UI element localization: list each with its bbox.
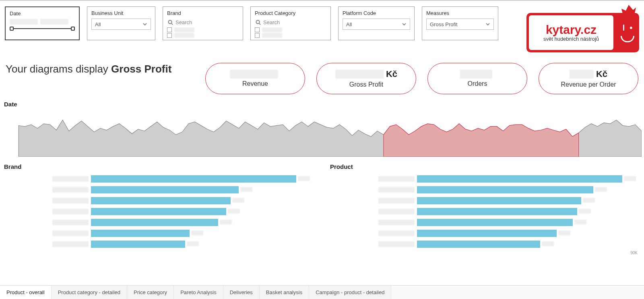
tab-product-overall[interactable]: Product - overall <box>0 286 52 299</box>
bar-row[interactable] <box>4 184 314 195</box>
filter-product-category-option-1[interactable] <box>255 27 326 33</box>
dashboard-page: Date Business Unit All Brand Search <box>0 0 644 299</box>
filter-date-label: Date <box>10 10 75 17</box>
filter-business-unit-value: All <box>95 21 101 27</box>
bar-category-label <box>378 241 415 247</box>
date-chart-title: Date <box>0 94 644 108</box>
bar-charts-row: Brand Product 90K <box>0 157 644 249</box>
bar-row[interactable] <box>330 228 640 239</box>
bar-row[interactable] <box>4 228 314 239</box>
bar-row[interactable] <box>330 217 640 228</box>
product-xaxis-tick: 90K <box>630 251 638 255</box>
filter-product-category: Product Category Search <box>250 6 331 40</box>
kpi-orders-value <box>460 70 492 79</box>
bar-value-label <box>558 230 570 235</box>
filter-product-category-search[interactable]: Search <box>255 19 326 27</box>
bar-row[interactable] <box>4 195 314 206</box>
bar-value-label <box>579 209 591 214</box>
filter-product-category-search-placeholder: Search <box>263 19 280 25</box>
filter-brand-option-1[interactable] <box>167 27 239 33</box>
kpi-revenue-per-order-label: Revenue per Order <box>561 81 616 88</box>
product-bar-chart[interactable]: 90K <box>330 171 640 249</box>
bar-category-label <box>52 241 89 247</box>
filter-date-to <box>40 19 68 25</box>
bar-row[interactable] <box>4 239 314 249</box>
bar-category-label <box>378 198 415 203</box>
filter-measures-select[interactable]: Gross Profit <box>426 19 494 30</box>
page-tabs: Product - overallProduct category - deta… <box>0 285 644 299</box>
filter-measures-label: Measures <box>426 10 494 16</box>
page-heading: Your diagrams display Gross Profit <box>6 63 171 75</box>
filter-brand: Brand Search <box>163 6 243 40</box>
kpi-revenue[interactable]: Revenue <box>205 63 305 94</box>
filter-business-unit-select[interactable]: All <box>91 19 151 30</box>
bar-value-label <box>191 230 203 235</box>
filter-product-category-option-2[interactable] <box>255 33 326 38</box>
tab-campaign-product-detailed[interactable]: Campaign - product - detailed <box>309 286 391 299</box>
kpi-row: Revenue Kč Gross Profit Orders Kč Revenu… <box>205 63 638 94</box>
bar-row[interactable] <box>4 217 314 228</box>
bar-row[interactable] <box>330 195 640 206</box>
filter-date-range-values <box>10 19 75 25</box>
bar-value-label <box>298 176 310 181</box>
bar-category-label <box>52 187 89 193</box>
filter-business-unit: Business Unit All <box>87 6 155 40</box>
filter-measures: Measures Gross Profit <box>422 6 498 40</box>
filter-measures-value: Gross Profit <box>430 21 458 27</box>
bar-category-label <box>378 209 415 214</box>
bar-category-label <box>52 230 89 236</box>
kpi-gross-profit-value <box>335 70 384 79</box>
logo-face-icon: l• <box>616 13 639 52</box>
bar-category-label <box>378 220 415 225</box>
filter-business-unit-label: Business Unit <box>91 10 151 16</box>
svg-line-3 <box>259 23 260 25</box>
kpi-orders[interactable]: Orders <box>427 63 527 94</box>
kpi-revenue-label: Revenue <box>242 80 268 87</box>
bar-category-label <box>52 198 89 203</box>
logo-brand-text: kytary.cz <box>546 24 597 36</box>
filter-brand-search-placeholder: Search <box>175 19 192 25</box>
kpi-revenue-value <box>230 70 278 79</box>
bar-value-label <box>624 176 636 181</box>
logo-tagline: svět hudebních nástrojů <box>543 36 599 42</box>
chevron-down-icon <box>485 22 490 27</box>
date-area-chart[interactable] <box>2 108 642 157</box>
bar-value-label <box>542 241 554 246</box>
kpi-revenue-per-order[interactable]: Kč Revenue per Order <box>539 63 638 94</box>
chevron-down-icon <box>142 22 147 27</box>
filter-platform-code: Platform Code All <box>338 6 415 40</box>
filter-brand-label: Brand <box>167 10 239 16</box>
filter-platform-code-select[interactable]: All <box>343 19 410 30</box>
bar-row[interactable] <box>4 173 314 184</box>
tab-product-category-detailed[interactable]: Product category - detailed <box>52 286 127 299</box>
tab-pareto-analysis[interactable]: Pareto Analysis <box>174 286 223 299</box>
product-chart-column: Product 90K <box>330 157 640 249</box>
bar-row[interactable] <box>330 239 640 249</box>
bar-value-label <box>240 187 252 192</box>
tab-basket-analysis[interactable]: Basket analysis <box>260 286 309 299</box>
bar-row[interactable] <box>330 206 640 217</box>
date-range-slider[interactable] <box>10 27 74 30</box>
filter-date[interactable]: Date <box>5 6 80 40</box>
chevron-down-icon <box>402 22 407 27</box>
filter-brand-search[interactable]: Search <box>167 19 239 27</box>
bar-row[interactable] <box>330 184 640 195</box>
bar-category-label <box>378 230 415 236</box>
bar-row[interactable] <box>330 173 640 184</box>
tab-deliveries[interactable]: Deliveries <box>223 286 260 299</box>
filter-product-category-label: Product Category <box>255 10 326 16</box>
filter-brand-option-2[interactable] <box>167 33 239 38</box>
product-chart-title: Product <box>330 157 640 171</box>
bar-category-label <box>378 187 415 193</box>
tab-price-category[interactable]: Price category <box>127 286 174 299</box>
search-icon <box>256 20 261 25</box>
kpi-gross-profit[interactable]: Kč Gross Profit <box>316 63 416 94</box>
summary-row: Your diagrams display Gross Profit Reven… <box>0 53 644 94</box>
brand-bar-chart[interactable] <box>4 171 314 249</box>
svg-point-0 <box>168 20 171 23</box>
filter-platform-code-value: All <box>346 21 352 27</box>
kpi-revenue-per-order-unit: Kč <box>596 69 607 79</box>
heading-prefix: Your diagrams display <box>6 63 111 75</box>
heading-measure: Gross Profit <box>111 63 171 75</box>
bar-row[interactable] <box>4 206 314 217</box>
